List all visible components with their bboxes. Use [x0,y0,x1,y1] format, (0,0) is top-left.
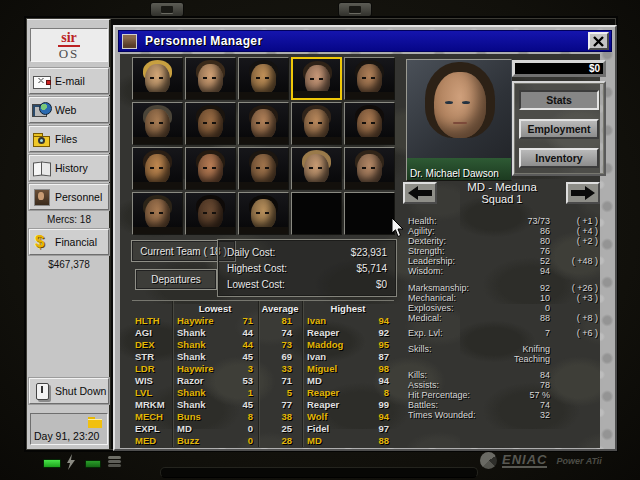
portrait-eyes [309,167,313,169]
cost-value: $5,714 [356,261,387,277]
power-switch-icon [32,382,52,400]
merc-portrait[interactable] [238,102,289,145]
portrait-shoulders [239,137,288,144]
employment-button[interactable]: Employment [519,119,599,139]
attribute-value: 78 [494,380,550,390]
merc-portrait[interactable] [185,147,236,190]
average-value: 77 [258,399,302,411]
attribute-label: Kills: [408,370,494,380]
team-stats-table: Lowest Average Highest HLTHHaywire7181Iv… [132,300,394,447]
prev-merc-button[interactable] [403,182,437,204]
highest-cell: Ivan87 [302,351,394,363]
stat-abbrev: STR [132,351,172,363]
stat-abbrev: AGI [132,327,172,339]
portrait-eyes [445,101,453,104]
merc-portrait[interactable] [291,147,342,190]
merc-portrait[interactable] [344,147,395,190]
sidebar-item-personnel[interactable]: Personnel [29,184,109,210]
attribute-bonus [550,344,598,354]
merc-portrait[interactable] [344,102,395,145]
portrait-eyes [203,212,207,214]
merc-portrait[interactable] [291,102,342,145]
departures-button[interactable]: Departures [136,270,216,289]
left-arrow-icon [408,186,432,200]
highest-value: 94 [378,315,389,327]
lowest-value: 45 [242,399,253,411]
portrait-eyes [256,212,260,214]
highest-cell: Wolf94 [302,411,394,423]
attribute-label: Explosives: [408,303,494,313]
merc-portrait[interactable] [132,57,183,100]
attribute-value: 74 [494,400,550,410]
portrait-shoulders [186,182,235,189]
average-value: 73 [258,339,302,351]
lowest-cell: Buns8 [172,411,258,423]
sidebar-item-web[interactable]: Web [29,97,109,123]
attribute-row: Agility:86( +4 ) [408,226,598,236]
cost-label: Daily Cost: [227,245,275,261]
clock-box[interactable]: Day 91, 23:20 [30,413,108,445]
stat-abbrev: MED [132,435,172,447]
stat-abbrev: LVL [132,387,172,399]
power-bolt-icon [65,454,77,470]
merc-location: MD - Meduna Squad 1 [438,181,566,205]
portrait-eyes [362,167,366,169]
merc-portrait[interactable] [291,57,342,100]
window-titlebar: Personnel Manager [118,30,612,52]
inventory-button[interactable]: Inventory [519,148,599,168]
attribute-bonus [550,246,598,256]
merc-portrait[interactable] [185,192,236,235]
stat-abbrev: EXPL [132,423,172,435]
attribute-group: Skills:KnifingTeaching [408,344,598,364]
merc-portrait[interactable] [238,192,289,235]
attribute-bonus [550,370,598,380]
close-button[interactable] [588,32,609,50]
portrait-shoulders [186,92,235,99]
merc-portrait[interactable] [132,147,183,190]
highest-value: 94 [378,411,389,423]
merc-portrait[interactable] [238,147,289,190]
highest-name: Miguel [307,363,337,375]
attribute-bonus [550,400,598,410]
highest-name: Reaper [307,399,339,411]
attribute-bonus [550,266,598,276]
sidebar-item-files[interactable]: Files [29,126,109,152]
portrait-shoulders [186,227,235,234]
lowest-cell: Shank44 [172,339,258,351]
merc-portrait[interactable] [344,57,395,100]
attribute-row: Skills:Knifing [408,344,598,354]
merc-portrait[interactable] [132,192,183,235]
sidebar-item-history[interactable]: History [29,155,109,181]
sidebar-item-sub-financial: $467,378 [29,258,109,272]
lowest-value: 1 [248,387,253,399]
attribute-row: Explosives:0 [408,303,598,313]
shutdown-button[interactable]: Shut Down [29,378,109,404]
highest-value: 97 [378,423,389,435]
merc-portrait[interactable] [185,57,236,100]
portrait-face [198,154,223,185]
highest-value: 95 [378,339,389,351]
lowest-cell: MD0 [172,423,258,435]
lowest-name: Buzz [177,435,199,447]
attribute-row: Teaching [408,354,598,364]
attribute-value: 88 [494,313,550,323]
merc-portrait[interactable] [238,57,289,100]
portrait-face [198,64,223,95]
header-lowest: Lowest [172,303,258,314]
merc-portrait[interactable] [185,102,236,145]
highest-value: 92 [378,327,389,339]
portrait-eyes [203,77,207,79]
sidebar-item-financial[interactable]: Financial [29,229,109,255]
sidebar-item-email[interactable]: E-mail [29,68,109,94]
attribute-row: Health:73/73( +1 ) [408,216,598,226]
cost-value: $23,931 [351,245,387,261]
lowest-value: 45 [242,351,253,363]
next-merc-button[interactable] [566,182,600,204]
attribute-bonus [550,390,598,400]
brand-model: Power ATii [556,456,601,466]
attribute-row: Marksmanship:92( +26 ) [408,283,598,293]
sidebar-item-label: E-mail [55,75,85,87]
stats-button[interactable]: Stats [519,90,599,110]
portrait-eyes [203,122,207,124]
merc-portrait[interactable] [132,102,183,145]
